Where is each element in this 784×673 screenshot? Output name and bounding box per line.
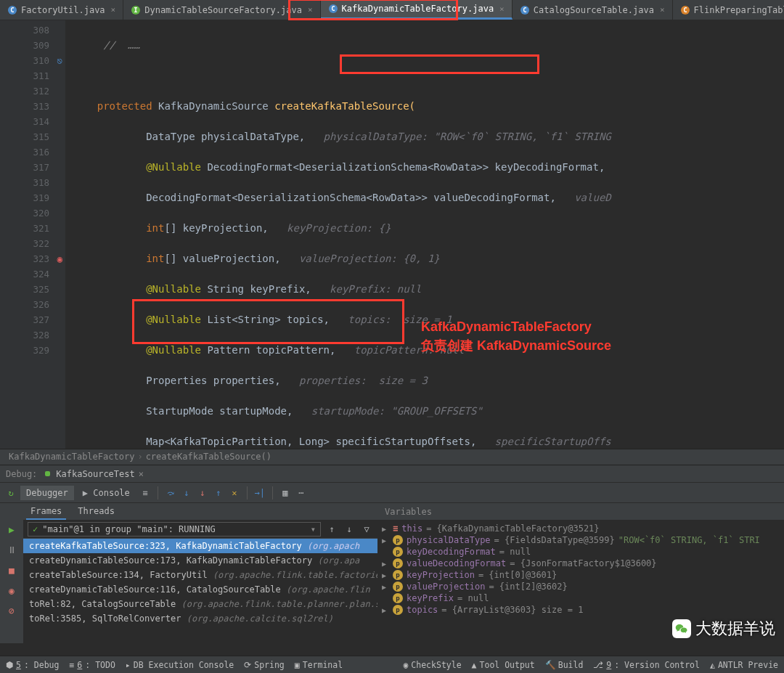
toolwindow-checkstyle[interactable]: ◉ CheckStyle xyxy=(403,660,461,670)
next-frame-icon[interactable]: ↓ xyxy=(343,523,356,536)
bug-icon xyxy=(43,469,52,478)
svg-text:C: C xyxy=(683,7,687,14)
close-icon[interactable]: × xyxy=(499,4,505,14)
close-icon[interactable]: × xyxy=(139,469,144,479)
watermark: 大数据羊说 xyxy=(672,618,775,640)
stop-icon[interactable]: ■ xyxy=(5,563,18,576)
wechat-icon xyxy=(672,619,691,638)
thread-selector[interactable]: ✓"main"@1 in group "main": RUNNING▾ ↑ ↓ … xyxy=(23,520,377,539)
variable-row[interactable]: pkeyDecodingFormat = null xyxy=(382,546,780,558)
toolwindow-tooloutput[interactable]: ▲ Tool Output xyxy=(472,660,535,670)
frames-panel: ✓"main"@1 in group "main": RUNNING▾ ↑ ↓ … xyxy=(23,520,377,643)
more-icon[interactable]: ⋯ xyxy=(295,486,308,499)
variable-row[interactable]: ▶pvalueProjection = {int[2]@3602} xyxy=(382,581,780,592)
override-icon[interactable]: ⎋ xyxy=(57,53,62,68)
close-icon[interactable]: × xyxy=(308,5,313,15)
stack-frame[interactable]: toRel:82, CatalogSourceTable (org.apache… xyxy=(23,597,377,611)
code-area[interactable]: // …… protected KafkaDynamicSource creat… xyxy=(65,20,784,449)
force-step-into-icon[interactable]: ↓ xyxy=(196,486,209,499)
stack-frame[interactable]: createDynamicTableSource:173, KafkaDynam… xyxy=(23,553,377,568)
param-icon: p xyxy=(393,582,403,592)
tab-factoryutil[interactable]: CFactoryUtil.java× xyxy=(0,0,123,20)
variable-row[interactable]: ▶≡this = {KafkaDynamicTableFactory@3521} xyxy=(382,523,780,534)
frames-tab[interactable]: Frames xyxy=(26,504,66,520)
class-icon: C xyxy=(680,5,690,15)
toolwindow-bar: ⬢ 5: Debug ≡ 6: TODO ▸ DB Execution Cons… xyxy=(0,656,784,673)
variable-row[interactable]: ▶pvalueDecodingFormat = {JsonFormatFacto… xyxy=(382,558,780,569)
svg-text:C: C xyxy=(10,7,14,14)
variable-row[interactable]: pkeyPrefix = null xyxy=(382,592,780,604)
threads-tab[interactable]: Threads xyxy=(73,504,119,520)
chevron-down-icon[interactable]: ▾ xyxy=(311,524,316,534)
toolwindow-spring[interactable]: ⟳ Spring xyxy=(244,660,285,670)
debug-body: ▶ ⏸ ■ ◉ ⊘ ✓"main"@1 in group "main": RUN… xyxy=(0,520,784,643)
close-icon[interactable]: × xyxy=(111,5,116,15)
param-icon: p xyxy=(393,593,403,603)
param-icon: p xyxy=(393,558,403,568)
debug-toolbar: ↻ Debugger ▶ Console ≡ ⤼ ↓ ↓ ↑ ✕ →| ▦ ⋯ xyxy=(0,482,784,502)
console-tab[interactable]: ▶ Console xyxy=(77,486,136,500)
debug-session-tab[interactable]: KafkaSourceTest× xyxy=(43,469,144,479)
debug-side-toolbar: ▶ ⏸ ■ ◉ ⊘ xyxy=(0,520,23,643)
param-icon: p xyxy=(393,570,403,580)
debugger-tab[interactable]: Debugger xyxy=(20,486,74,500)
svg-text:I: I xyxy=(134,7,138,14)
variable-row[interactable]: ▶pphysicalDataType = {FieldsDataType@359… xyxy=(382,534,780,546)
class-icon: C xyxy=(328,4,338,14)
variable-row[interactable]: ▶ptopics = {ArrayList@3603} size = 1 xyxy=(382,604,780,616)
toolwindow-antlr[interactable]: ◭ ANTLR Previe xyxy=(710,660,778,670)
tab-catalogsrctable[interactable]: CCatalogSourceTable.java× xyxy=(513,0,673,20)
evaluate-icon[interactable]: ▦ xyxy=(279,486,292,499)
stack-frame[interactable]: createTableSource:134, FactoryUtil (org.… xyxy=(23,568,377,582)
gutter[interactable]: 308309 310⎋ 3113123133143153163173183193… xyxy=(0,20,65,449)
toolwindow-todo[interactable]: ≡ 6: TODO xyxy=(69,660,115,670)
param-icon: p xyxy=(393,535,403,545)
annotation-text: KafkaDynamicTableFactory xyxy=(421,319,592,335)
stack-frame[interactable]: createKafkaTableSource:323, KafkaDynamic… xyxy=(23,539,377,553)
svg-text:C: C xyxy=(523,7,526,14)
annotation-text: 负责创建 KafkaDynamicSource xyxy=(421,337,611,354)
tab-flinkpreparingtablebase[interactable]: CFlinkPreparingTableBase.java× xyxy=(673,0,784,20)
tab-dyntablesrcfactory[interactable]: IDynamicTableSourceFactory.java× xyxy=(123,0,320,20)
breakpoint-icon[interactable]: ◉ xyxy=(57,251,62,266)
toolwindow-db[interactable]: ▸ DB Execution Console xyxy=(126,660,234,670)
variable-row[interactable]: ▶pkeyProjection = {int[0]@3601} xyxy=(382,569,780,581)
param-icon: p xyxy=(393,605,403,615)
breadcrumb[interactable]: KafkaDynamicTableFactory›createKafkaTabl… xyxy=(0,449,784,465)
close-icon[interactable]: × xyxy=(660,5,665,15)
drop-frame-icon[interactable]: ✕ xyxy=(228,486,241,499)
step-out-icon[interactable]: ↑ xyxy=(212,486,225,499)
prev-frame-icon[interactable]: ↑ xyxy=(325,523,338,536)
toolwindow-build[interactable]: 🔨 Build xyxy=(545,660,584,670)
this-icon: ≡ xyxy=(393,523,398,534)
toolwindow-vcs[interactable]: ⎇ 9: Version Control xyxy=(593,660,700,670)
class-icon: C xyxy=(520,5,530,15)
stack-frame[interactable]: toRel:3585, SqlToRelConverter (org.apach… xyxy=(23,611,377,626)
variables-title: Variables xyxy=(377,507,432,517)
step-into-icon[interactable]: ↓ xyxy=(180,486,193,499)
debug-toolwindow-header: Debug: KafkaSourceTest× xyxy=(0,465,784,482)
class-icon: C xyxy=(7,5,17,15)
filter-icon[interactable]: ▽ xyxy=(360,523,373,536)
code-editor[interactable]: 308309 310⎋ 3113123133143153163173183193… xyxy=(0,20,784,449)
more-icon[interactable]: ≡ xyxy=(139,486,152,499)
toolwindow-debug[interactable]: ⬢ 5: Debug xyxy=(6,660,59,670)
run-to-cursor-icon[interactable]: →| xyxy=(253,486,266,499)
stack-frame[interactable]: createDynamicTableSource:116, CatalogSou… xyxy=(23,582,377,597)
svg-text:C: C xyxy=(331,5,335,12)
editor-tabs: CFactoryUtil.java× IDynamicTableSourceFa… xyxy=(0,0,784,20)
rerun-icon[interactable]: ↻ xyxy=(4,486,17,499)
toolwindow-terminal[interactable]: ▣ Terminal xyxy=(295,660,343,670)
mute-breakpoints-icon[interactable]: ⊘ xyxy=(5,604,18,617)
interface-icon: I xyxy=(131,5,141,15)
debug-subtabs: Frames Threads Variables xyxy=(0,502,784,520)
debug-label: Debug: xyxy=(6,469,37,479)
step-over-icon[interactable]: ⤼ xyxy=(164,486,177,499)
svg-rect-10 xyxy=(45,471,50,476)
pause-icon[interactable]: ⏸ xyxy=(5,543,18,556)
view-breakpoints-icon[interactable]: ◉ xyxy=(5,584,18,597)
resume-icon[interactable]: ▶ xyxy=(5,523,18,536)
tab-kafkadyntablefactory[interactable]: CKafkaDynamicTableFactory.java× xyxy=(321,0,513,20)
param-icon: p xyxy=(393,547,403,557)
